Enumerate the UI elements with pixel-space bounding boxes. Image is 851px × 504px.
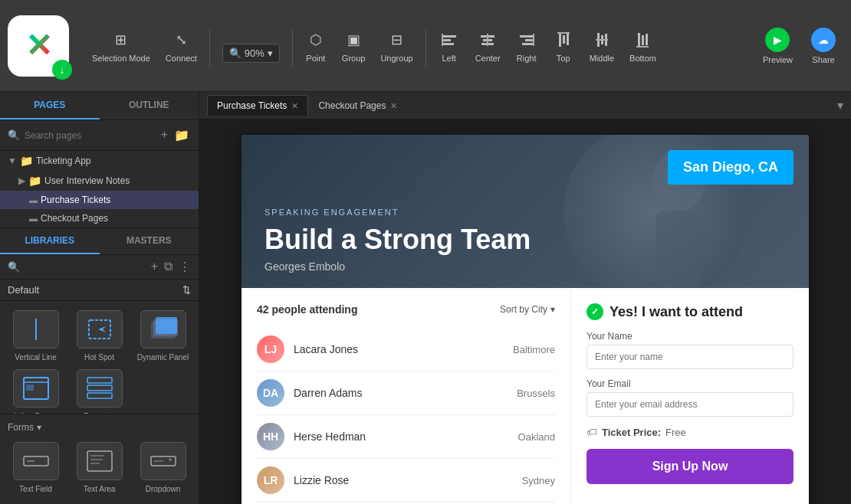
tab-purchase-tickets-close-icon[interactable]: ✕ [291, 101, 298, 111]
ungroup-icon: ⊟ [386, 29, 408, 51]
svg-rect-32 [87, 378, 112, 383]
attendee-row-herse: HH Herse Hedman Oakland [257, 415, 555, 459]
tab-bar-overflow-icon[interactable]: ▾ [837, 98, 843, 113]
name-form-group: Your Name [586, 331, 794, 369]
lib-duplicate-icon[interactable]: ⧉ [164, 260, 172, 274]
svg-rect-31 [26, 385, 34, 391]
widget-text-field[interactable]: Text Field [8, 442, 64, 493]
hero-subtitle: Georges Embolo [264, 260, 786, 273]
add-folder-icon[interactable]: 📁 [172, 126, 191, 144]
svg-rect-15 [557, 32, 570, 34]
email-input[interactable] [586, 392, 794, 417]
ticket-price-value: Free [665, 427, 686, 438]
toolbar-right-actions: ▶ Preview ☁ Share [755, 23, 843, 69]
app-logo: ✕ ↓ [8, 15, 69, 77]
svg-rect-13 [563, 35, 565, 44]
tab-purchase-tickets[interactable]: Purchase Tickets ✕ [207, 95, 308, 116]
sort-control[interactable]: Sort by City ▾ [500, 304, 555, 315]
ticket-price-label: Ticket Price: [602, 427, 661, 438]
attendee-name-lizzie: Lizzie Rose [294, 474, 513, 486]
widget-hot-spot[interactable]: Hot Spot [71, 310, 127, 362]
svg-rect-22 [646, 34, 648, 45]
svg-rect-21 [642, 35, 644, 45]
svg-rect-24 [35, 319, 37, 340]
widget-text-area[interactable]: Text Area [71, 442, 127, 493]
tab-pages[interactable]: PAGES [0, 92, 100, 119]
widget-label-text-field: Text Field [19, 485, 52, 493]
folder-icon-user-interview: 📁 [28, 175, 41, 187]
align-center-tool[interactable]: Center [468, 25, 508, 67]
tab-checkout-pages-close-icon[interactable]: ✕ [390, 101, 397, 111]
widget-dynamic-panel[interactable]: Dynamic Panel [135, 310, 191, 362]
tree-label-checkout-pages: Checkout Pages [41, 213, 108, 224]
lib-more-icon[interactable]: ⋮ [179, 260, 191, 274]
zoom-control-wrapper[interactable]: 🔍 90% ▾ [215, 39, 288, 67]
pages-search-input[interactable] [25, 130, 155, 141]
group-tool[interactable]: ▣ Group [334, 25, 373, 67]
tab-masters[interactable]: MASTERS [100, 228, 199, 254]
widget-inline-frame[interactable]: Inline Frame [8, 369, 64, 414]
sidebar-action-icons: + 📁 [159, 126, 191, 144]
add-page-icon[interactable]: + [159, 126, 169, 144]
point-tool[interactable]: ⬡ Point [297, 25, 334, 67]
library-selector[interactable]: Default ⇅ [0, 280, 199, 301]
email-form-group: Your Email [586, 378, 794, 417]
tab-outline[interactable]: OUTLINE [100, 92, 199, 119]
widget-repeater[interactable]: Repeater [71, 369, 127, 414]
content-area: Purchase Tickets ✕ Checkout Pages ✕ ▾ [199, 92, 851, 504]
canvas: SPEAKING ENGAGEMENT Build a Strong Team … [199, 119, 851, 504]
attendee-name-lacara: Lacara Jones [294, 343, 504, 355]
attendee-city-lacara: Baltimore [513, 344, 555, 355]
connect-tool[interactable]: ⤡ Connect [158, 25, 205, 67]
tree-item-user-interview[interactable]: ▶ 📁 User Interview Notes [0, 171, 199, 191]
toolbar-divider-2 [292, 29, 293, 67]
tab-checkout-pages[interactable]: Checkout Pages ✕ [308, 95, 407, 116]
forms-header[interactable]: Forms ▾ [8, 419, 191, 436]
name-input[interactable] [586, 345, 794, 369]
align-bottom-tool[interactable]: Bottom [622, 25, 664, 67]
svg-rect-19 [596, 39, 608, 41]
ungroup-tool[interactable]: ⊟ Ungroup [373, 25, 420, 67]
main-layout: PAGES OUTLINE 🔍 + 📁 ▼ 📁 Ticketing App ▶ … [0, 92, 851, 504]
ticket-icon: 🏷 [586, 426, 597, 438]
svg-rect-23 [636, 46, 649, 47]
pages-search-bar: 🔍 + 📁 [0, 120, 199, 151]
tab-libraries[interactable]: LIBRARIES [0, 228, 100, 254]
svg-rect-20 [638, 33, 640, 47]
forms-chevron-icon: ▾ [37, 422, 41, 433]
share-button[interactable]: ☁ Share [803, 23, 843, 69]
tab-checkout-pages-label: Checkout Pages [318, 100, 386, 111]
selection-mode-tool[interactable]: ⊞ Selection Mode [84, 25, 158, 67]
attendees-count: 42 people attending [257, 303, 357, 316]
attendees-header: 42 people attending Sort by City ▾ [257, 303, 555, 316]
zoom-icon: 🔍 [229, 47, 242, 59]
tool-group-main: ⊞ Selection Mode ⤡ Connect 🔍 90% ▾ ⬡ Poi… [77, 25, 664, 67]
align-left-tool[interactable]: Left [431, 25, 468, 67]
widget-vertical-line[interactable]: Vertical Line [8, 310, 64, 362]
sidebar: PAGES OUTLINE 🔍 + 📁 ▼ 📁 Ticketing App ▶ … [0, 92, 199, 504]
zoom-chevron-icon: ▾ [268, 47, 273, 59]
align-top-label: Top [557, 54, 570, 63]
signup-button[interactable]: Sign Up Now [586, 449, 794, 484]
hero-section: SPEAKING ENGAGEMENT Build a Strong Team … [242, 135, 809, 288]
search-icon: 🔍 [8, 129, 20, 141]
folder-icon-ticketing: 📁 [20, 155, 33, 167]
tree-item-checkout-pages[interactable]: ▬ Checkout Pages [0, 209, 199, 227]
svg-rect-0 [442, 35, 456, 38]
lib-add-icon[interactable]: + [151, 260, 158, 274]
svg-rect-37 [87, 451, 112, 471]
tree-item-ticketing-app[interactable]: ▼ 📁 Ticketing App [0, 151, 199, 171]
lib-tab-bar: LIBRARIES MASTERS [0, 228, 199, 255]
share-icon: ☁ [811, 28, 836, 52]
preview-button[interactable]: ▶ Preview [755, 23, 800, 69]
align-top-tool[interactable]: Top [545, 25, 582, 67]
svg-rect-11 [533, 34, 534, 46]
align-right-tool[interactable]: Right [508, 25, 545, 67]
svg-marker-43 [169, 459, 172, 462]
hot-spot-icon [77, 310, 123, 349]
text-area-icon [77, 442, 123, 480]
tree-item-purchase-tickets[interactable]: ▬ Purchase Tickets [0, 191, 199, 209]
zoom-selector[interactable]: 🔍 90% ▾ [222, 44, 280, 63]
widget-dropdown[interactable]: Dropdown [135, 442, 191, 493]
align-middle-tool[interactable]: Middle [582, 25, 622, 67]
